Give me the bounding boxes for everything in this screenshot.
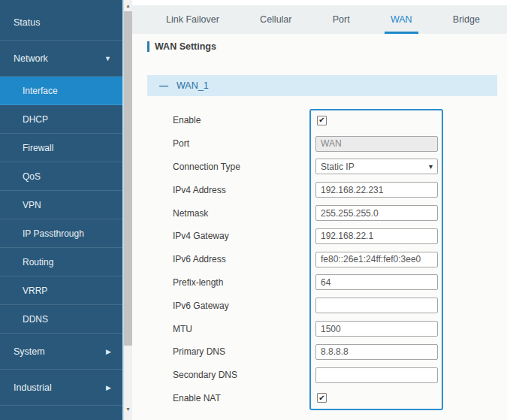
field-label: IPv6 Gateway [173, 301, 309, 311]
checkmark-icon: ✔ [318, 394, 324, 402]
checkmark-icon: ✔ [318, 116, 324, 124]
top-strip [132, 0, 507, 5]
field-row-ipv6-gateway: IPv6 Gateway [132, 294, 507, 317]
field-row-netmask: Netmask [132, 201, 507, 225]
scroll-thumb[interactable] [124, 11, 132, 346]
field-row-prefix-length: Prefix-length [132, 271, 507, 295]
tab-link-failover[interactable]: Link Failover [160, 5, 225, 34]
sidebar-item-label: Routing [23, 257, 53, 267]
field-row-ipv6-address: IPv6 Address [132, 248, 507, 271]
selected-option-label: Static IP [321, 162, 355, 172]
sidebar-item-label: QoS [23, 171, 41, 182]
sidebar-scrollbar[interactable]: ▲ ▼ [124, 0, 132, 420]
sidebar-item-qos[interactable]: QoS [0, 162, 122, 191]
field-row-port: Port [132, 132, 507, 156]
sidebar-item-network[interactable]: Network ▼ [0, 41, 122, 77]
sidebar-item-status[interactable]: Status [0, 5, 122, 41]
primary-dns-input[interactable] [315, 344, 438, 360]
page-title: WAN Settings [147, 41, 507, 52]
sidebar-item-label: Firewall [23, 143, 53, 153]
enable-checkbox[interactable]: ✔ [317, 116, 327, 125]
prefix-length-input[interactable] [315, 274, 438, 290]
ipv4-gateway-input[interactable] [315, 228, 438, 244]
sidebar-item-ip-passthrough[interactable]: IP Passthrough [0, 219, 122, 248]
ipv6-gateway-input[interactable] [315, 298, 438, 313]
chevron-right-icon: ▶ [106, 384, 111, 391]
sidebar-item-label: Status [14, 17, 40, 28]
tab-bar: Link Failover Cellular Port WAN Bridge [132, 5, 507, 34]
enable-nat-checkbox[interactable]: ✔ [317, 393, 327, 403]
sidebar: Status Network ▼ Interface DHCP Firewall… [0, 0, 124, 420]
main-content: Link Failover Cellular Port WAN Bridge W… [132, 0, 507, 420]
sidebar-item-ddns[interactable]: DDNS [0, 305, 122, 334]
field-row-ipv4-gateway: IPv4 Gateway [132, 225, 507, 248]
field-row-secondary-dns: Secondary DNS [132, 364, 507, 387]
sidebar-item-label: Network [14, 53, 48, 64]
sidebar-item-firewall[interactable]: Firewall [0, 134, 122, 162]
tab-wan[interactable]: WAN [385, 5, 418, 34]
field-row-primary-dns: Primary DNS [132, 340, 507, 364]
sidebar-item-label: Interface [23, 86, 58, 96]
field-label: Enable [173, 115, 309, 125]
sidebar-item-label: IP Passthrough [23, 228, 84, 239]
field-row-connection-type: Connection Type Static IP ▾ [132, 156, 507, 179]
field-row-enable: Enable ✔ [132, 109, 507, 132]
sidebar-item-label: System [14, 346, 45, 357]
chevron-down-icon: ▼ [104, 55, 111, 62]
scroll-up-button[interactable]: ▲ [124, 1, 132, 11]
field-row-enable-nat: Enable NAT ✔ [132, 387, 507, 410]
tab-bridge[interactable]: Bridge [447, 5, 486, 34]
field-label: MTU [173, 324, 309, 334]
scroll-down-button[interactable]: ▼ [124, 404, 132, 414]
sidebar-item-routing[interactable]: Routing [0, 248, 122, 276]
wan1-settings-form: Enable ✔ Port Connection Type Static IP [132, 109, 507, 409]
sidebar-item-dhcp[interactable]: DHCP [0, 105, 122, 134]
chevron-right-icon: ▶ [106, 348, 111, 355]
ipv6-address-input[interactable] [315, 252, 438, 267]
field-label: Primary DNS [173, 346, 309, 357]
sidebar-item-label: VRRP [23, 286, 47, 296]
sidebar-item-label: DHCP [23, 114, 48, 125]
caret-down-icon: ▾ [429, 162, 433, 171]
panel-title: WAN_1 [177, 80, 209, 91]
field-label: Connection Type [173, 162, 309, 172]
tab-port[interactable]: Port [327, 5, 356, 34]
router-admin-window: Status Network ▼ Interface DHCP Firewall… [0, 0, 507, 420]
field-label: Prefix-length [173, 277, 309, 288]
field-row-ipv4-address: IPv4 Address [132, 178, 507, 201]
sidebar-item-label: DDNS [23, 314, 48, 325]
tab-cellular[interactable]: Cellular [254, 5, 297, 34]
field-label: Port [173, 138, 309, 149]
collapse-minus-icon[interactable]: — [159, 80, 168, 91]
wan1-panel-header[interactable]: — WAN_1 [147, 75, 497, 96]
field-label: Secondary DNS [173, 370, 309, 380]
connection-type-select[interactable]: Static IP ▾ [315, 159, 438, 174]
field-row-mtu: MTU [132, 317, 507, 340]
netmask-input[interactable] [315, 205, 438, 221]
sidebar-item-industrial[interactable]: Industrial ▶ [0, 370, 122, 406]
field-label: Enable NAT [173, 393, 309, 403]
field-label: Netmask [173, 208, 309, 219]
port-input [315, 136, 438, 152]
field-label: IPv6 Address [173, 254, 309, 264]
sidebar-item-vpn[interactable]: VPN [0, 191, 122, 219]
sidebar-item-vrrp[interactable]: VRRP [0, 276, 122, 305]
sidebar-item-system[interactable]: System ▶ [0, 334, 122, 370]
sidebar-item-label: VPN [23, 200, 41, 210]
mtu-input[interactable] [315, 321, 438, 337]
ipv4-address-input[interactable] [315, 182, 438, 198]
secondary-dns-input[interactable] [315, 367, 438, 383]
field-label: IPv4 Address [173, 185, 309, 195]
field-label: IPv4 Gateway [173, 231, 309, 241]
sidebar-item-label: Industrial [14, 382, 52, 393]
sidebar-item-interface[interactable]: Interface [0, 77, 122, 105]
